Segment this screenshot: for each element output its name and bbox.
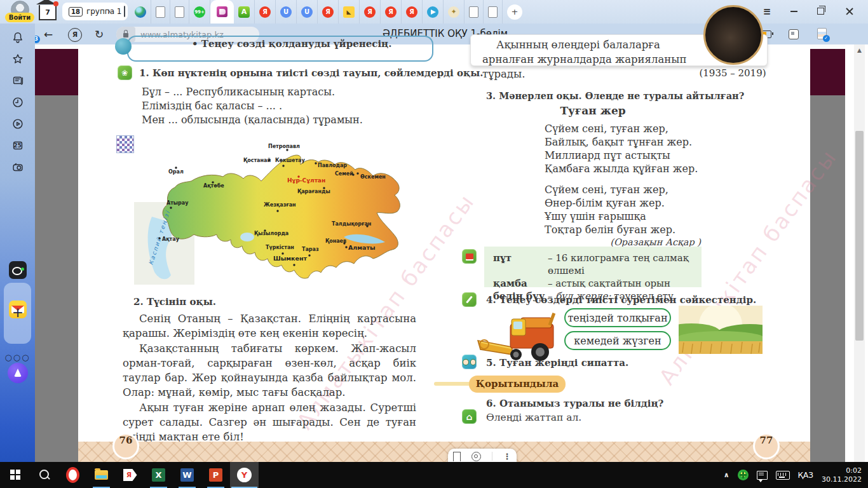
- search-icon[interactable]: [471, 452, 481, 461]
- match-option-1: теңіздей толқыған: [564, 308, 671, 327]
- browser-tab-green-a[interactable]: A: [234, 0, 255, 24]
- more-dots-icon[interactable]: ○○○: [9, 349, 26, 366]
- browser-tab-ya[interactable]: Я: [318, 0, 339, 24]
- browser-tab-globe[interactable]: [130, 0, 151, 24]
- keyboard-tray-icon[interactable]: [776, 471, 790, 480]
- map-city-label: Қонаев: [325, 238, 346, 244]
- browser-tab-photo[interactable]: ◣: [339, 0, 360, 24]
- document-check-icon[interactable]: [815, 27, 829, 41]
- favorites-star-icon[interactable]: [9, 50, 26, 67]
- login-button[interactable]: Войти: [5, 13, 34, 22]
- green-a-icon: A: [238, 6, 250, 18]
- map-city-label: Қарағанды: [297, 189, 330, 194]
- start-glyph: [10, 470, 21, 480]
- screen: Войти 7 18 группа 1 › 99+AЯUUЯ◣ЯЯЯ✦+ ≡ ←…: [0, 0, 868, 488]
- search-glyph: [37, 468, 52, 483]
- vocab-term: пұт: [493, 252, 548, 277]
- browser-tab-emblem[interactable]: ✦: [444, 0, 465, 24]
- browser-tab-u-blue[interactable]: U: [297, 0, 318, 24]
- browser-tab-doc[interactable]: [151, 0, 170, 24]
- doc-icon: [175, 6, 184, 18]
- tray-time: 0:02: [822, 466, 862, 475]
- taskbar-opera-icon[interactable]: [58, 462, 87, 488]
- u-blue-icon: U: [280, 6, 292, 18]
- ya-icon: Я: [259, 6, 271, 18]
- yandex-button-icon[interactable]: Я: [68, 28, 82, 42]
- restore-icon[interactable]: [813, 5, 827, 18]
- taskbar-yaold-icon[interactable]: Я: [116, 462, 144, 488]
- homework-house-icon: ⌂: [462, 409, 477, 424]
- taskbar-search-icon[interactable]: [30, 462, 58, 488]
- browser-tab-u-blue[interactable]: U: [276, 0, 297, 24]
- scrollbar-thumb[interactable]: [855, 131, 864, 341]
- add-panel-icon[interactable]: +: [9, 304, 27, 322]
- chevron-right-icon[interactable]: ›: [103, 6, 116, 17]
- screenshot-camera-icon[interactable]: [9, 158, 26, 175]
- doc-icon: [469, 6, 478, 18]
- bookmark-icon[interactable]: [453, 452, 461, 461]
- page-number-left: 76: [112, 433, 139, 459]
- antivirus-tray-icon[interactable]: [738, 470, 749, 480]
- poem-line: Тоқтар белін буған жер.: [545, 223, 675, 236]
- profile-button[interactable]: Войти: [5, 1, 34, 23]
- browser-tab-book[interactable]: [210, 0, 234, 24]
- browser-tab-ya[interactable]: Я: [255, 0, 276, 24]
- map-city-label: Алматы: [348, 244, 376, 251]
- taskbar-explorer-icon[interactable]: [87, 462, 116, 488]
- taskbar-start-icon[interactable]: [1, 462, 30, 488]
- taskbar-ybrowser-icon[interactable]: Y: [230, 462, 259, 488]
- lock-icon: [123, 33, 128, 37]
- browser-tab-whatsapp[interactable]: 99+: [189, 0, 210, 24]
- divider: [492, 452, 492, 461]
- map-city-label: Өскемен: [360, 174, 386, 180]
- book-cover-edge: [810, 49, 845, 95]
- notifications-bell-icon[interactable]: [9, 29, 26, 46]
- windows-taskbar: ЯXWPY ∧ ҚАЗ 0:02 30.11.2022: [0, 462, 868, 488]
- margin: [35, 44, 78, 49]
- language-indicator[interactable]: ҚАЗ: [798, 471, 813, 480]
- taskbar-ppt-icon[interactable]: P: [201, 462, 230, 488]
- book-icon: [217, 6, 227, 17]
- minimize-icon[interactable]: [787, 5, 801, 18]
- whatsapp-icon: 99+: [194, 6, 205, 18]
- scrollbar-track[interactable]: ▲: [854, 44, 865, 462]
- calendar-icon[interactable]: 25: [9, 137, 26, 154]
- more-vertical-icon[interactable]: ⋮: [503, 452, 512, 461]
- poem-stanza-1: Сүйем сені, туған жер, Байлық, бақыт тұн…: [545, 122, 698, 175]
- scroll-up-arrow[interactable]: ▲: [854, 47, 865, 53]
- browser-tab-ya[interactable]: Я: [402, 0, 423, 24]
- map-city-label: Петропавл: [268, 144, 300, 149]
- close-icon[interactable]: [843, 5, 857, 18]
- refresh-icon[interactable]: ↻: [91, 26, 107, 43]
- back-icon[interactable]: ←: [40, 26, 57, 43]
- poem-line: Қамбаға жылда құйған жер.: [545, 162, 698, 175]
- exercise-5-title: 5. Туған жеріңді сипатта.: [486, 357, 628, 369]
- tab-list-icon[interactable]: [118, 6, 131, 17]
- notification-tray-icon[interactable]: [757, 471, 768, 480]
- browser-tab-ya[interactable]: Я: [360, 0, 381, 24]
- author-portrait: [703, 5, 763, 65]
- extension-icon[interactable]: [787, 27, 801, 41]
- browser-tab-doc[interactable]: [170, 0, 189, 24]
- aral-sea: [240, 233, 254, 241]
- browser-tab-telegram[interactable]: [423, 0, 444, 24]
- clock[interactable]: 0:02 30.11.2022: [822, 466, 865, 484]
- browser-tab-doc[interactable]: [465, 0, 484, 24]
- browser-tab-doc[interactable]: [484, 0, 503, 24]
- collections-icon[interactable]: [9, 72, 26, 89]
- extension-shape: [789, 29, 799, 39]
- browser-tab-newtab[interactable]: +: [503, 0, 527, 24]
- browser-tab-ya[interactable]: Я: [381, 0, 402, 24]
- tray-chevron-up-icon[interactable]: ∧: [724, 471, 729, 479]
- doc-icon: [156, 6, 165, 18]
- video-play-icon[interactable]: [9, 115, 26, 132]
- taskbar-word-icon[interactable]: W: [173, 462, 201, 488]
- home-button[interactable]: 7: [38, 3, 57, 20]
- menu-icon[interactable]: ≡: [760, 5, 774, 18]
- history-clock-icon[interactable]: [9, 93, 26, 111]
- map-city-label: Ақтөбе: [203, 182, 224, 189]
- taskbar-excel-icon[interactable]: X: [144, 462, 173, 488]
- messenger-icon[interactable]: [9, 261, 27, 279]
- tab-strip: 99+AЯUUЯ◣ЯЯЯ✦+: [130, 0, 527, 24]
- poem-line: Өнер-білім қуған жер.: [545, 196, 675, 210]
